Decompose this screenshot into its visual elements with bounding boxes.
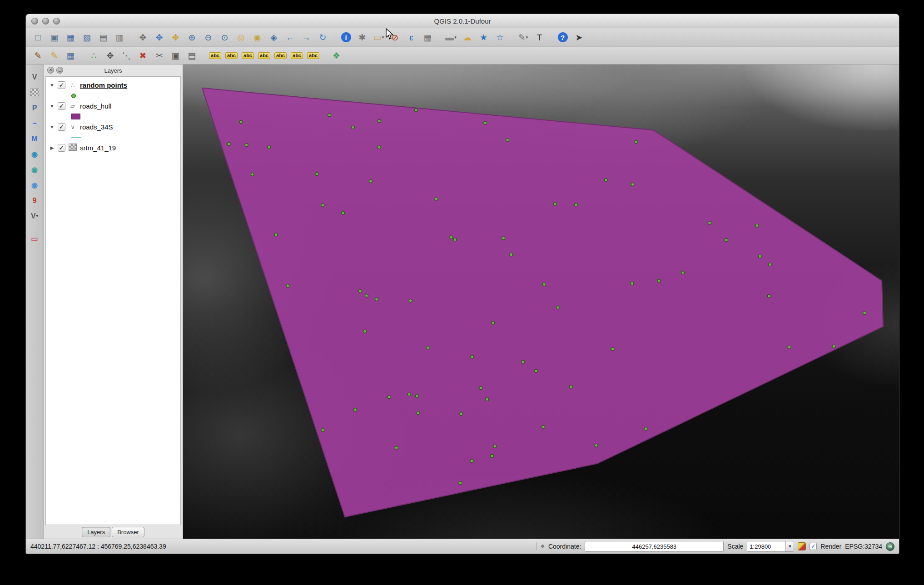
- refresh-map-button[interactable]: ↻: [315, 30, 330, 44]
- minimize-window-button[interactable]: [42, 18, 49, 25]
- zoom-in-button[interactable]: ⊕: [184, 30, 199, 44]
- layer-labeling-button[interactable]: abc: [208, 49, 223, 62]
- measure-button[interactable]: ▬▾: [443, 30, 458, 44]
- random-point: [417, 411, 420, 415]
- run-feature-action-button[interactable]: ✱: [355, 30, 370, 44]
- close-window-button[interactable]: [31, 18, 38, 25]
- collapse-icon[interactable]: ▼: [49, 124, 55, 129]
- zoom-to-layer-button[interactable]: ◈: [266, 30, 281, 44]
- zoom-to-selection-button[interactable]: ◉: [250, 30, 265, 44]
- label-properties-button[interactable]: abc: [224, 49, 239, 62]
- select-by-expression-button[interactable]: ε: [404, 30, 419, 44]
- show-bookmarks-button[interactable]: ☆: [492, 30, 507, 44]
- select-features-button[interactable]: ▭▾: [371, 30, 386, 44]
- add-wcs-layer-button[interactable]: ◉: [28, 164, 41, 176]
- layer-visibility-checkbox[interactable]: ✓: [58, 81, 65, 89]
- layer-visibility-checkbox[interactable]: ✓: [58, 102, 65, 110]
- collapse-icon[interactable]: ▼: [49, 83, 55, 88]
- add-feature-button[interactable]: ∴: [86, 49, 101, 62]
- random-point: [768, 263, 771, 266]
- paste-features-button[interactable]: ▤: [184, 49, 199, 62]
- zoom-window-button[interactable]: [53, 18, 60, 25]
- stop-rendering-icon[interactable]: [798, 542, 806, 550]
- layer-item-roads-hull[interactable]: ▼✓▱roads_hull: [46, 100, 180, 112]
- add-raster-layer-button[interactable]: [28, 86, 41, 99]
- layer-name[interactable]: roads_34S: [80, 123, 113, 131]
- text-annotation-button[interactable]: T: [532, 30, 547, 44]
- pin-labels-button[interactable]: abc: [273, 49, 288, 62]
- add-wms-layer-button[interactable]: ◉: [28, 148, 41, 160]
- collapse-icon[interactable]: ▼: [49, 104, 55, 109]
- identify-features-button[interactable]: i: [338, 30, 353, 44]
- touch-zoom-pan-button[interactable]: ✥: [135, 30, 150, 44]
- open-project-button[interactable]: ▣: [47, 30, 62, 44]
- render-checkbox[interactable]: ✓: [810, 543, 817, 550]
- coordinate-input[interactable]: [585, 541, 724, 552]
- scale-dropdown-icon[interactable]: ▼: [785, 541, 794, 551]
- new-bookmark-button[interactable]: ★: [476, 30, 491, 44]
- map-canvas[interactable]: [183, 64, 899, 539]
- delete-selected-button[interactable]: ✖: [135, 49, 150, 62]
- zoom-last-button[interactable]: ←: [283, 30, 298, 44]
- new-project-button[interactable]: □: [30, 30, 45, 44]
- layer-item-random-points[interactable]: ▼✓∴random points: [46, 79, 180, 91]
- current-edits-button[interactable]: ✎: [30, 49, 45, 62]
- zoom-next-button[interactable]: →: [299, 30, 314, 44]
- pan-to-selection-button[interactable]: ✥: [168, 30, 183, 44]
- new-shapefile-layer-dropdown-icon[interactable]: ▾: [36, 214, 39, 218]
- move-label-button[interactable]: abc: [240, 49, 255, 62]
- move-feature-button[interactable]: ✥: [103, 49, 118, 62]
- zoom-out-button[interactable]: ⊖: [201, 30, 216, 44]
- node-tool-button[interactable]: ⋱: [119, 49, 134, 62]
- plugin-tool-button[interactable]: ❖: [329, 49, 344, 62]
- copy-features-button[interactable]: ▣: [168, 49, 183, 62]
- map-tips-button[interactable]: ☁: [460, 30, 475, 44]
- change-label-button[interactable]: abc: [306, 49, 321, 62]
- panel-close-icon[interactable]: ✕: [47, 67, 54, 74]
- window-titlebar[interactable]: QGIS 2.0.1-Dufour: [26, 14, 899, 28]
- open-attribute-table-button[interactable]: ▦: [420, 30, 435, 44]
- select-features-dropdown-icon[interactable]: ▾: [382, 35, 384, 40]
- panel-tab-browser[interactable]: Browser: [112, 527, 144, 537]
- add-spatialite-layer-button[interactable]: ~: [28, 117, 41, 129]
- layer-name[interactable]: roads_hull: [80, 102, 111, 110]
- layer-visibility-checkbox[interactable]: ✓: [58, 123, 65, 131]
- pan-map-button[interactable]: ✥: [152, 30, 167, 44]
- scale-input[interactable]: [747, 541, 785, 551]
- add-delimited-text-layer-button[interactable]: ▭: [28, 233, 41, 245]
- add-vector-layer-button[interactable]: V: [28, 71, 41, 83]
- layer-name[interactable]: srtm_41_19: [80, 144, 116, 152]
- help-contents-button[interactable]: ?: [555, 30, 570, 44]
- cut-features-button[interactable]: ✂: [152, 49, 167, 62]
- new-shapefile-layer-button[interactable]: V▾: [28, 210, 41, 222]
- rotate-label-button[interactable]: abc: [257, 49, 272, 62]
- layer-name[interactable]: random points: [80, 81, 127, 89]
- add-wfs-layer-button[interactable]: ◉: [28, 179, 41, 191]
- add-mssql-layer-button[interactable]: M: [28, 133, 41, 145]
- deselect-features-button[interactable]: ⊘: [387, 30, 402, 44]
- zoom-actual-size-button[interactable]: ⊙: [217, 30, 232, 44]
- panel-tab-layers[interactable]: Layers: [82, 527, 110, 537]
- toggle-editing-button[interactable]: ✎: [47, 49, 62, 62]
- measure-dropdown-icon[interactable]: ▾: [454, 35, 457, 40]
- annotation-button[interactable]: ✎▾: [516, 30, 531, 44]
- expand-icon[interactable]: ▶: [49, 145, 55, 150]
- show-hide-labels-button[interactable]: abc: [289, 49, 304, 62]
- save-project-as-button[interactable]: ▧: [79, 30, 94, 44]
- scale-combo[interactable]: ▼: [747, 541, 794, 552]
- panel-float-icon[interactable]: ◻: [56, 67, 63, 74]
- save-layer-edits-button[interactable]: ▦: [63, 49, 78, 62]
- whats-this-button[interactable]: ➤: [571, 30, 586, 44]
- layer-item-roads-34s[interactable]: ▼✓∨roads_34S: [46, 121, 180, 133]
- save-project-button[interactable]: ▦: [63, 30, 78, 44]
- new-print-composer-button[interactable]: ▤: [96, 30, 111, 44]
- coordinate-capture-icon[interactable]: ⌖: [541, 543, 545, 550]
- composer-manager-button[interactable]: ▥: [112, 30, 127, 44]
- crs-status-icon[interactable]: ⊕: [886, 542, 894, 551]
- layer-item-srtm-41-19[interactable]: ▶✓srtm_41_19: [46, 142, 180, 154]
- annotation-dropdown-icon[interactable]: ▾: [526, 35, 528, 40]
- add-postgis-layer-button[interactable]: P: [28, 102, 41, 114]
- layer-visibility-checkbox[interactable]: ✓: [58, 144, 65, 152]
- zoom-full-button[interactable]: ◎: [233, 30, 248, 44]
- add-oracle-layer-button[interactable]: 9: [28, 194, 41, 207]
